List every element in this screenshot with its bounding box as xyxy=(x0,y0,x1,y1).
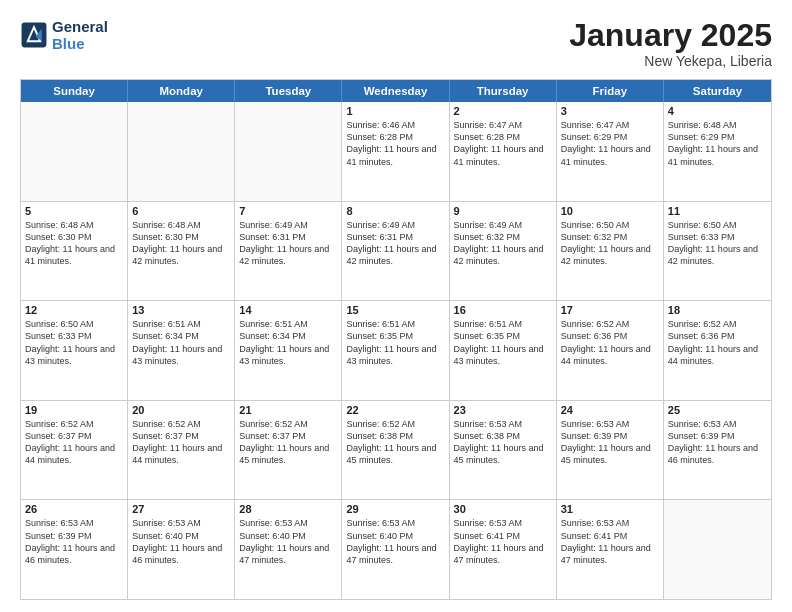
weekday-header-tuesday: Tuesday xyxy=(235,80,342,102)
day-info: Sunrise: 6:53 AMSunset: 6:40 PMDaylight:… xyxy=(346,517,444,566)
day-info: Sunrise: 6:53 AMSunset: 6:41 PMDaylight:… xyxy=(454,517,552,566)
day-number: 5 xyxy=(25,205,123,217)
day-cell-21: 21Sunrise: 6:52 AMSunset: 6:37 PMDayligh… xyxy=(235,401,342,500)
day-info: Sunrise: 6:46 AMSunset: 6:28 PMDaylight:… xyxy=(346,119,444,168)
day-info: Sunrise: 6:50 AMSunset: 6:32 PMDaylight:… xyxy=(561,219,659,268)
logo: General Blue xyxy=(20,18,108,52)
day-cell-5: 5Sunrise: 6:48 AMSunset: 6:30 PMDaylight… xyxy=(21,202,128,301)
day-cell-31: 31Sunrise: 6:53 AMSunset: 6:41 PMDayligh… xyxy=(557,500,664,599)
day-cell-14: 14Sunrise: 6:51 AMSunset: 6:34 PMDayligh… xyxy=(235,301,342,400)
day-cell-11: 11Sunrise: 6:50 AMSunset: 6:33 PMDayligh… xyxy=(664,202,771,301)
day-info: Sunrise: 6:53 AMSunset: 6:40 PMDaylight:… xyxy=(132,517,230,566)
day-info: Sunrise: 6:53 AMSunset: 6:40 PMDaylight:… xyxy=(239,517,337,566)
day-cell-28: 28Sunrise: 6:53 AMSunset: 6:40 PMDayligh… xyxy=(235,500,342,599)
header: General Blue January 2025 New Yekepa, Li… xyxy=(20,18,772,69)
day-info: Sunrise: 6:53 AMSunset: 6:39 PMDaylight:… xyxy=(561,418,659,467)
calendar-row-1: 5Sunrise: 6:48 AMSunset: 6:30 PMDaylight… xyxy=(21,201,771,301)
calendar-header-row: SundayMondayTuesdayWednesdayThursdayFrid… xyxy=(21,80,771,102)
day-cell-16: 16Sunrise: 6:51 AMSunset: 6:35 PMDayligh… xyxy=(450,301,557,400)
day-cell-25: 25Sunrise: 6:53 AMSunset: 6:39 PMDayligh… xyxy=(664,401,771,500)
day-number: 6 xyxy=(132,205,230,217)
day-number: 18 xyxy=(668,304,767,316)
day-info: Sunrise: 6:52 AMSunset: 6:36 PMDaylight:… xyxy=(668,318,767,367)
day-info: Sunrise: 6:48 AMSunset: 6:30 PMDaylight:… xyxy=(132,219,230,268)
title-block: January 2025 New Yekepa, Liberia xyxy=(569,18,772,69)
day-cell-8: 8Sunrise: 6:49 AMSunset: 6:31 PMDaylight… xyxy=(342,202,449,301)
empty-cell xyxy=(128,102,235,201)
day-cell-29: 29Sunrise: 6:53 AMSunset: 6:40 PMDayligh… xyxy=(342,500,449,599)
day-number: 14 xyxy=(239,304,337,316)
day-number: 19 xyxy=(25,404,123,416)
day-number: 27 xyxy=(132,503,230,515)
weekday-header-wednesday: Wednesday xyxy=(342,80,449,102)
day-number: 17 xyxy=(561,304,659,316)
day-number: 31 xyxy=(561,503,659,515)
day-cell-24: 24Sunrise: 6:53 AMSunset: 6:39 PMDayligh… xyxy=(557,401,664,500)
day-info: Sunrise: 6:48 AMSunset: 6:29 PMDaylight:… xyxy=(668,119,767,168)
day-info: Sunrise: 6:48 AMSunset: 6:30 PMDaylight:… xyxy=(25,219,123,268)
day-info: Sunrise: 6:53 AMSunset: 6:38 PMDaylight:… xyxy=(454,418,552,467)
day-cell-3: 3Sunrise: 6:47 AMSunset: 6:29 PMDaylight… xyxy=(557,102,664,201)
weekday-header-thursday: Thursday xyxy=(450,80,557,102)
day-number: 11 xyxy=(668,205,767,217)
month-title: January 2025 xyxy=(569,18,772,53)
day-cell-23: 23Sunrise: 6:53 AMSunset: 6:38 PMDayligh… xyxy=(450,401,557,500)
day-info: Sunrise: 6:53 AMSunset: 6:41 PMDaylight:… xyxy=(561,517,659,566)
day-info: Sunrise: 6:50 AMSunset: 6:33 PMDaylight:… xyxy=(668,219,767,268)
day-cell-27: 27Sunrise: 6:53 AMSunset: 6:40 PMDayligh… xyxy=(128,500,235,599)
weekday-header-sunday: Sunday xyxy=(21,80,128,102)
calendar-row-3: 19Sunrise: 6:52 AMSunset: 6:37 PMDayligh… xyxy=(21,400,771,500)
calendar-row-0: 1Sunrise: 6:46 AMSunset: 6:28 PMDaylight… xyxy=(21,102,771,201)
day-number: 4 xyxy=(668,105,767,117)
empty-cell xyxy=(664,500,771,599)
day-cell-12: 12Sunrise: 6:50 AMSunset: 6:33 PMDayligh… xyxy=(21,301,128,400)
day-info: Sunrise: 6:50 AMSunset: 6:33 PMDaylight:… xyxy=(25,318,123,367)
day-cell-10: 10Sunrise: 6:50 AMSunset: 6:32 PMDayligh… xyxy=(557,202,664,301)
day-info: Sunrise: 6:53 AMSunset: 6:39 PMDaylight:… xyxy=(668,418,767,467)
day-cell-6: 6Sunrise: 6:48 AMSunset: 6:30 PMDaylight… xyxy=(128,202,235,301)
day-number: 12 xyxy=(25,304,123,316)
day-info: Sunrise: 6:51 AMSunset: 6:35 PMDaylight:… xyxy=(346,318,444,367)
day-number: 7 xyxy=(239,205,337,217)
day-number: 29 xyxy=(346,503,444,515)
day-number: 3 xyxy=(561,105,659,117)
weekday-header-saturday: Saturday xyxy=(664,80,771,102)
day-cell-19: 19Sunrise: 6:52 AMSunset: 6:37 PMDayligh… xyxy=(21,401,128,500)
weekday-header-friday: Friday xyxy=(557,80,664,102)
day-info: Sunrise: 6:51 AMSunset: 6:35 PMDaylight:… xyxy=(454,318,552,367)
day-number: 30 xyxy=(454,503,552,515)
day-info: Sunrise: 6:52 AMSunset: 6:36 PMDaylight:… xyxy=(561,318,659,367)
day-info: Sunrise: 6:53 AMSunset: 6:39 PMDaylight:… xyxy=(25,517,123,566)
day-cell-2: 2Sunrise: 6:47 AMSunset: 6:28 PMDaylight… xyxy=(450,102,557,201)
calendar: SundayMondayTuesdayWednesdayThursdayFrid… xyxy=(20,79,772,600)
day-cell-7: 7Sunrise: 6:49 AMSunset: 6:31 PMDaylight… xyxy=(235,202,342,301)
day-number: 24 xyxy=(561,404,659,416)
empty-cell xyxy=(21,102,128,201)
location: New Yekepa, Liberia xyxy=(569,53,772,69)
day-cell-22: 22Sunrise: 6:52 AMSunset: 6:38 PMDayligh… xyxy=(342,401,449,500)
calendar-body: 1Sunrise: 6:46 AMSunset: 6:28 PMDaylight… xyxy=(21,102,771,599)
day-number: 10 xyxy=(561,205,659,217)
day-number: 20 xyxy=(132,404,230,416)
day-info: Sunrise: 6:52 AMSunset: 6:37 PMDaylight:… xyxy=(25,418,123,467)
logo-text: General Blue xyxy=(52,18,108,52)
day-info: Sunrise: 6:47 AMSunset: 6:29 PMDaylight:… xyxy=(561,119,659,168)
day-cell-20: 20Sunrise: 6:52 AMSunset: 6:37 PMDayligh… xyxy=(128,401,235,500)
day-cell-4: 4Sunrise: 6:48 AMSunset: 6:29 PMDaylight… xyxy=(664,102,771,201)
day-info: Sunrise: 6:47 AMSunset: 6:28 PMDaylight:… xyxy=(454,119,552,168)
day-cell-17: 17Sunrise: 6:52 AMSunset: 6:36 PMDayligh… xyxy=(557,301,664,400)
day-info: Sunrise: 6:49 AMSunset: 6:32 PMDaylight:… xyxy=(454,219,552,268)
day-cell-1: 1Sunrise: 6:46 AMSunset: 6:28 PMDaylight… xyxy=(342,102,449,201)
day-number: 23 xyxy=(454,404,552,416)
day-number: 13 xyxy=(132,304,230,316)
day-number: 16 xyxy=(454,304,552,316)
day-cell-9: 9Sunrise: 6:49 AMSunset: 6:32 PMDaylight… xyxy=(450,202,557,301)
day-number: 1 xyxy=(346,105,444,117)
weekday-header-monday: Monday xyxy=(128,80,235,102)
day-info: Sunrise: 6:49 AMSunset: 6:31 PMDaylight:… xyxy=(346,219,444,268)
day-info: Sunrise: 6:51 AMSunset: 6:34 PMDaylight:… xyxy=(239,318,337,367)
day-cell-26: 26Sunrise: 6:53 AMSunset: 6:39 PMDayligh… xyxy=(21,500,128,599)
day-number: 25 xyxy=(668,404,767,416)
day-number: 22 xyxy=(346,404,444,416)
empty-cell xyxy=(235,102,342,201)
